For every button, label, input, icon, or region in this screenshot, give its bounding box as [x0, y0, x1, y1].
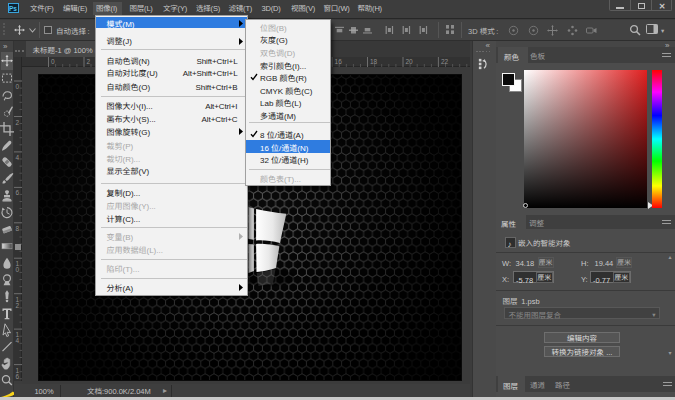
svg-text:8: 8 [16, 223, 20, 233]
svg-text:0: 0 [16, 81, 20, 91]
svg-text:10: 10 [16, 258, 20, 274]
svg-text:18: 18 [370, 57, 378, 66]
svg-text:0: 0 [51, 57, 55, 66]
svg-text:14: 14 [16, 329, 20, 345]
svg-text:16: 16 [335, 57, 343, 66]
svg-text:4: 4 [16, 152, 20, 162]
svg-text:22: 22 [441, 57, 449, 66]
svg-text:2: 2 [16, 117, 20, 127]
svg-text:16: 16 [16, 365, 20, 381]
svg-text:20: 20 [406, 57, 414, 66]
svg-text:2: 2 [87, 57, 91, 66]
svg-text:12: 12 [16, 294, 20, 310]
svg-text:6: 6 [16, 187, 20, 197]
